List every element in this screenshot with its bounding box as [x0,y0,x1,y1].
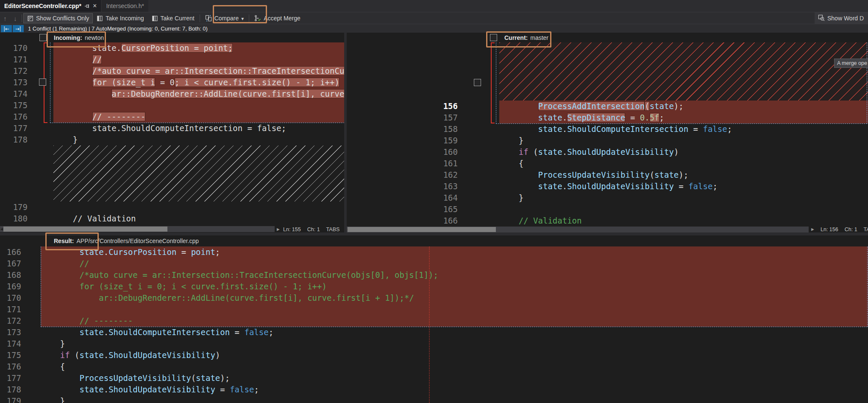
scrollbar-thumb[interactable] [348,227,496,232]
code-text[interactable]: if (state.ShouldUpdateVisibility) [41,350,868,361]
code-line[interactable]: 174 } [0,338,868,350]
code-text[interactable]: } [499,135,868,146]
code-line[interactable]: 157 state.StepDistance = 0.5f; [347,112,868,123]
code-text[interactable] [499,204,868,215]
code-text[interactable]: // -------- [53,111,344,123]
code-line[interactable]: 170 ar::DebugRenderer::AddLine(curve.fir… [0,292,868,304]
code-text[interactable]: /*auto curve = ar::Intersection::TraceIn… [53,65,344,77]
scrollbar-thumb[interactable] [3,227,167,232]
code-text[interactable]: for (size_t i = 0; i < curve.first.size(… [41,281,868,292]
code-line[interactable]: 175 if (state.ShouldUpdateVisibility) [0,350,868,361]
code-text[interactable]: ar::DebugRenderer::AddLine(curve.first[i… [41,292,868,304]
code-line[interactable]: 170 state.CursorPosition = point; [0,42,344,54]
code-text[interactable]: state.CursorPosition = point; [41,246,868,258]
code-line[interactable]: 162 ProcessUpdateVisibility(state); [347,169,868,181]
code-line[interactable]: 175 [0,100,344,111]
code-line[interactable]: 171 // [0,54,344,65]
code-text[interactable]: /*auto curve = ar::Intersection::TraceIn… [41,269,868,281]
incoming-horizontal-scrollbar[interactable] [0,226,275,232]
pin-icon[interactable] [84,3,90,9]
code-text[interactable]: // Validation [53,213,344,224]
code-text[interactable]: ProcessUpdateVisibility(state); [41,372,868,384]
code-text[interactable] [53,100,344,111]
goto-next-conflict-button[interactable]: →| [13,25,24,32]
code-text[interactable]: state.ShouldComputeIntersection = false; [41,327,868,338]
compare-button[interactable]: Compare [201,13,248,23]
code-line[interactable]: 161 { [347,158,868,169]
code-line[interactable]: 163 state.ShouldUpdateVisibility = false… [347,181,868,192]
next-difference-button[interactable] [10,15,20,22]
code-line[interactable]: 180 // Validation [0,213,344,224]
code-text[interactable]: state.ShouldUpdateVisibility = false; [499,181,868,192]
code-text[interactable]: for (size_t i = 0; i < curve.first.size(… [53,77,344,88]
code-text[interactable]: } [41,395,868,403]
code-text[interactable]: ProcessAddIntersection(state); [499,101,868,112]
code-line[interactable]: 178 } [0,134,344,146]
scroll-right-icon[interactable] [277,227,280,232]
goto-first-conflict-button[interactable]: |← [1,25,12,32]
code-text[interactable]: } [53,134,344,146]
accept-merge-button[interactable]: Accept Merge [250,13,304,23]
take-incoming-button[interactable]: Take Incoming [93,13,147,23]
code-text[interactable]: ar::DebugRenderer::AddLine(curve.first[i… [53,88,344,100]
code-line[interactable]: 166 state.CursorPosition = point; [0,246,868,258]
show-word-differences-button[interactable]: Show Word D [815,12,868,24]
code-line[interactable]: 179 } [0,395,868,403]
code-text[interactable]: state.ShouldUpdateVisibility = false; [41,384,868,395]
code-line[interactable]: 172 // -------- [0,315,868,327]
result-code-area[interactable]: 166 state.CursorPosition = point;167 //1… [0,246,868,403]
code-text[interactable]: // Validation [499,215,868,227]
tab-intersection[interactable]: Intersection.h* [102,0,148,12]
code-line[interactable]: 164 } [347,192,868,204]
code-line[interactable]: 168 /*auto curve = ar::Intersection::Tra… [0,269,868,281]
code-text[interactable]: state.CursorPosition = point; [53,42,344,54]
code-line[interactable]: 176 // -------- [0,111,344,123]
code-text[interactable]: ProcessUpdateVisibility(state); [499,169,868,181]
show-conflicts-only-button[interactable]: Show Conflicts Only [23,13,93,23]
code-line[interactable]: 176 { [0,361,868,372]
code-text[interactable]: } [499,192,868,204]
pane-divider-horizontal[interactable] [0,232,868,235]
code-text[interactable]: if (state.ShouldUpdateVisibility) [499,146,868,158]
code-text[interactable] [41,304,868,315]
code-line[interactable]: 160 if (state.ShouldUpdateVisibility) [347,146,868,158]
code-text[interactable]: } [41,338,868,350]
code-line[interactable]: 173 state.ShouldComputeIntersection = fa… [0,327,868,338]
current-conflict-checkbox[interactable] [474,79,481,86]
take-current-button[interactable]: Take Current [148,13,198,23]
code-line[interactable]: 177 ProcessUpdateVisibility(state); [0,372,868,384]
code-line[interactable]: 179 [0,202,344,213]
code-line[interactable]: 165 [347,204,868,215]
code-line[interactable]: 167 // [0,258,868,269]
code-line[interactable]: 171 [0,304,868,315]
code-text[interactable]: { [41,361,868,372]
scroll-right-icon[interactable] [811,227,814,232]
incoming-code-area[interactable]: 170 state.CursorPosition = point;171 //1… [0,42,344,224]
tab-editorscenecontroller[interactable]: EditorSceneController.cpp* [0,0,101,12]
current-horizontal-scrollbar[interactable] [347,227,809,232]
previous-difference-button[interactable] [0,15,10,22]
current-checkbox[interactable] [490,34,497,41]
code-text[interactable]: { [499,158,868,169]
code-line[interactable]: 166 // Validation [347,215,868,227]
code-text[interactable]: // [41,258,868,269]
code-line[interactable]: 177 state.ShouldComputeIntersection = fa… [0,123,344,134]
code-line[interactable]: 178 state.ShouldUpdateVisibility = false… [0,384,868,395]
close-icon[interactable] [93,2,97,10]
code-line[interactable]: 156 ProcessAddIntersection(state); [347,101,868,112]
code-line[interactable]: 174 ar::DebugRenderer::AddLine(curve.fir… [0,88,344,100]
incoming-checkbox[interactable] [39,34,47,41]
code-text[interactable] [53,202,344,213]
code-text[interactable]: state.ShouldComputeIntersection = false; [53,123,344,134]
code-text[interactable]: state.StepDistance = 0.5f; [499,112,868,123]
scroll-left-icon[interactable] [0,226,3,232]
code-text[interactable]: state.ShouldComputeIntersection = false; [499,123,868,135]
current-code-area[interactable]: 156 ProcessAddIntersection(state);157 st… [347,42,868,227]
code-text[interactable]: // -------- [41,315,868,327]
code-line[interactable]: 159 } [347,135,868,146]
code-line[interactable]: 172 /*auto curve = ar::Intersection::Tra… [0,65,344,77]
incoming-conflict-checkbox[interactable] [39,78,46,86]
code-line[interactable]: 169 for (size_t i = 0; i < curve.first.s… [0,281,868,292]
code-line[interactable]: 173 for (size_t i = 0; i < curve.first.s… [0,77,344,88]
code-line[interactable]: 158 state.ShouldComputeIntersection = fa… [347,123,868,135]
